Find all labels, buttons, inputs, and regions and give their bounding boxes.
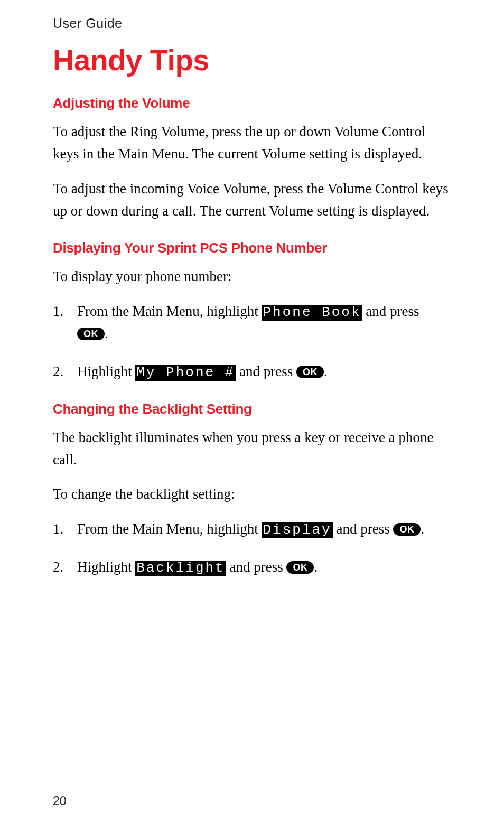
page-title: Handy Tips bbox=[53, 43, 451, 77]
step-number: 2. bbox=[53, 361, 77, 383]
running-header: User Guide bbox=[53, 16, 451, 31]
step-text: . bbox=[314, 559, 318, 575]
step-body: From the Main Menu, highlight Phone Book… bbox=[77, 301, 451, 345]
menu-token-display: Display bbox=[262, 522, 332, 538]
ok-button-icon: OK bbox=[393, 523, 421, 536]
step-body: From the Main Menu, highlight Display an… bbox=[77, 518, 451, 540]
step-text: From the Main Menu, highlight bbox=[77, 521, 262, 537]
step-text: and press bbox=[362, 303, 419, 319]
body-text: The backlight illuminates when you press… bbox=[53, 427, 451, 471]
step-number: 1. bbox=[53, 518, 77, 540]
ok-button-icon: OK bbox=[77, 328, 105, 340]
list-item: 2. Highlight My Phone # and press OK. bbox=[53, 361, 451, 383]
step-text: . bbox=[421, 521, 424, 537]
menu-token-backlight: Backlight bbox=[135, 561, 226, 576]
step-text: . bbox=[324, 363, 328, 379]
list-item: 1. From the Main Menu, highlight Phone B… bbox=[53, 301, 451, 345]
section-heading-backlight: Changing the Backlight Setting bbox=[53, 401, 451, 417]
page-number: 20 bbox=[53, 794, 67, 808]
step-body: Highlight Backlight and press OK. bbox=[77, 556, 451, 578]
body-text: To change the backlight setting: bbox=[53, 483, 451, 506]
ok-button-icon: OK bbox=[286, 561, 314, 574]
list-item: 1. From the Main Menu, highlight Display… bbox=[53, 518, 451, 540]
body-text: To adjust the Ring Volume, press the up … bbox=[53, 121, 451, 165]
body-text: To adjust the incoming Voice Volume, pre… bbox=[53, 178, 451, 222]
menu-token-my-phone: My Phone # bbox=[135, 365, 236, 381]
step-text: and press bbox=[333, 521, 394, 537]
menu-token-phone-book: Phone Book bbox=[262, 305, 362, 321]
body-text: To display your phone number: bbox=[53, 266, 451, 288]
step-text: . bbox=[105, 325, 108, 341]
step-number: 1. bbox=[53, 301, 77, 323]
step-text: and press bbox=[226, 559, 287, 575]
step-number: 2. bbox=[53, 556, 77, 578]
step-text: and press bbox=[236, 363, 296, 379]
step-body: Highlight My Phone # and press OK. bbox=[77, 361, 451, 383]
step-text: Highlight bbox=[77, 559, 135, 575]
section-heading-volume: Adjusting the Volume bbox=[53, 95, 451, 111]
section-heading-phone-number: Displaying Your Sprint PCS Phone Number bbox=[53, 240, 451, 256]
steps-list: 1. From the Main Menu, highlight Display… bbox=[53, 518, 451, 578]
list-item: 2. Highlight Backlight and press OK. bbox=[53, 556, 451, 578]
step-text: Highlight bbox=[77, 363, 135, 379]
steps-list: 1. From the Main Menu, highlight Phone B… bbox=[53, 301, 451, 383]
step-text: From the Main Menu, highlight bbox=[77, 303, 262, 319]
ok-button-icon: OK bbox=[296, 366, 324, 378]
page-container: User Guide Handy Tips Adjusting the Volu… bbox=[0, 0, 504, 840]
